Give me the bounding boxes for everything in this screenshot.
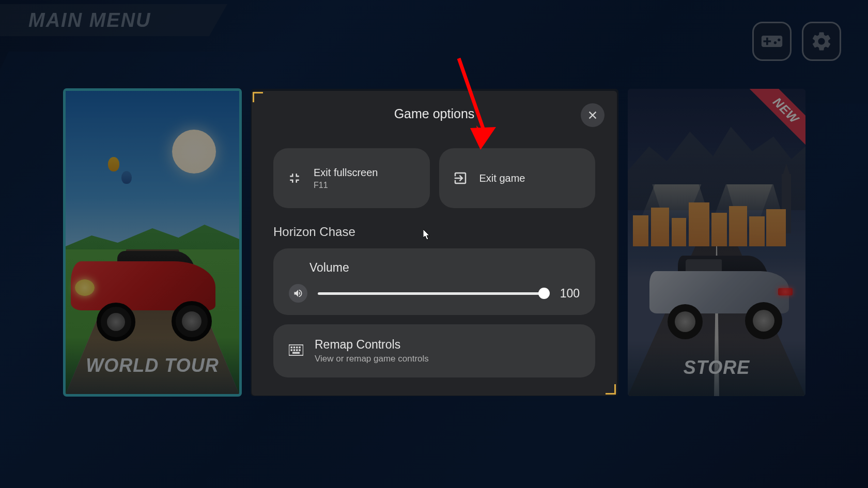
remap-title: Remap Controls [315,338,429,352]
exit-fullscreen-icon [287,170,302,186]
modal-corner-decoration [253,92,263,102]
exit-game-button[interactable]: Exit game [439,148,596,208]
volume-label: Volume [309,261,580,275]
exit-game-label: Exit game [479,172,525,184]
modal-corner-decoration [606,384,616,395]
gamepad-icon [761,30,783,53]
card-world-tour[interactable]: WORLD TOUR [64,89,241,396]
settings-button[interactable] [802,22,841,61]
volume-slider-thumb[interactable] [538,288,550,299]
exit-fullscreen-label: Exit fullscreen [314,167,378,179]
remap-controls-button[interactable]: Remap Controls View or remap game contro… [273,324,595,377]
close-icon [587,109,598,121]
section-label: Horizon Chase [252,208,617,248]
controller-button[interactable] [752,22,792,61]
card-store[interactable]: NEW STORE [628,89,805,396]
svg-rect-3 [296,347,298,349]
svg-rect-1 [291,347,293,349]
game-options-modal: Game options Exit fullscreen F11 Exit ga… [252,91,617,396]
svg-rect-9 [292,352,300,354]
volume-slider[interactable] [318,292,545,295]
volume-icon-wrap [289,284,307,303]
close-button[interactable] [581,103,605,127]
exit-icon [453,170,468,186]
modal-title: Game options [252,91,617,121]
card-world-tour-label: WORLD TOUR [66,337,239,394]
svg-rect-4 [299,347,301,349]
card-store-label: STORE [628,339,805,396]
exit-fullscreen-shortcut: F11 [314,181,378,190]
keyboard-icon-wrap [289,344,303,358]
exit-fullscreen-button[interactable]: Exit fullscreen F11 [273,148,430,208]
svg-rect-8 [299,349,301,351]
volume-value: 100 [555,287,580,301]
remap-sub: View or remap game controls [315,354,429,364]
svg-rect-6 [293,349,296,351]
page-title: MAIN MENU [28,9,151,32]
svg-rect-7 [296,349,298,351]
volume-panel: Volume 100 [273,248,595,315]
speaker-icon [293,288,303,298]
svg-rect-5 [291,349,293,351]
gear-icon [810,30,833,53]
svg-rect-2 [293,347,296,349]
keyboard-icon [289,344,303,356]
